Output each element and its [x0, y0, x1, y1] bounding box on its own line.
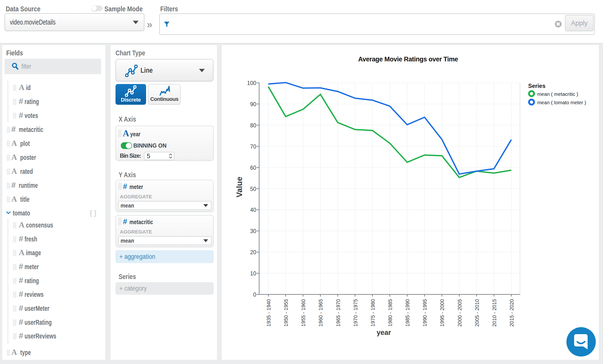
svg-text:1935 - 1940: 1935 - 1940: [266, 299, 272, 327]
svg-text:1955 - 1960: 1955 - 1960: [301, 299, 306, 327]
svg-text:year: year: [377, 329, 391, 336]
svg-text:1980 - 1985: 1980 - 1985: [387, 299, 393, 327]
svg-text:1970 - 1975: 1970 - 1975: [353, 299, 359, 327]
svg-text:90: 90: [250, 101, 256, 107]
svg-text:1985 - 1990: 1985 - 1990: [405, 299, 410, 327]
svg-text:1950 - 1955: 1950 - 1955: [283, 299, 289, 327]
svg-text:Average Movie Ratings over Tim: Average Movie Ratings over Time: [358, 56, 458, 63]
svg-text:1960 - 1965: 1960 - 1965: [318, 299, 324, 327]
svg-text:2015 - 2020: 2015 - 2020: [509, 299, 515, 327]
svg-text:30: 30: [250, 228, 256, 234]
svg-text:1990 - 1995: 1990 - 1995: [422, 299, 428, 327]
svg-text:0: 0: [253, 292, 256, 298]
svg-text:Value: Value: [235, 177, 244, 197]
svg-text:70: 70: [250, 143, 256, 150]
svg-text:40: 40: [250, 207, 256, 213]
svg-text:Series: Series: [528, 82, 545, 89]
svg-text:20: 20: [250, 249, 256, 255]
svg-text:50: 50: [250, 186, 256, 192]
svg-text:2005 - 2010: 2005 - 2010: [474, 299, 480, 327]
svg-text:80: 80: [250, 122, 256, 129]
svg-text:60: 60: [250, 165, 256, 171]
svg-text:2000 - 2005: 2000 - 2005: [457, 299, 463, 327]
svg-text:mean ( tomato meter ): mean ( tomato meter ): [537, 100, 586, 105]
svg-text:2010 - 2015: 2010 - 2015: [492, 299, 497, 327]
svg-text:1975 - 1980: 1975 - 1980: [370, 299, 376, 327]
svg-text:1995 - 2000: 1995 - 2000: [439, 299, 445, 327]
svg-text:mean ( metacritic ): mean ( metacritic ): [537, 91, 578, 97]
svg-text:100: 100: [247, 80, 256, 86]
svg-text:10: 10: [250, 270, 256, 277]
svg-text:1965 - 1970: 1965 - 1970: [336, 299, 341, 327]
